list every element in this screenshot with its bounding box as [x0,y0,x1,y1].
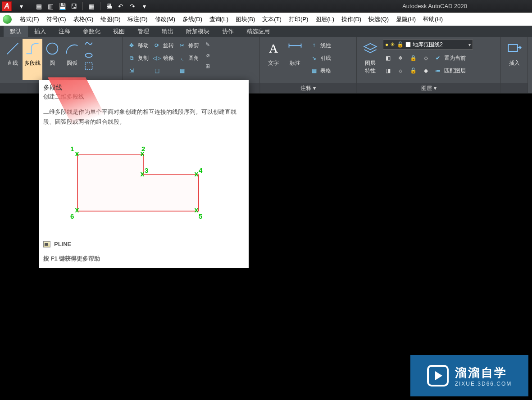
app-title: Autodesk AutoCAD 2020 [149,3,530,9]
layer-match[interactable]: ≔匹配图层 [433,65,466,76]
tab-param[interactable]: 参数化 [77,26,107,37]
layer-lock-icon[interactable]: 🔒 [408,53,418,63]
saveall-icon[interactable]: 🖫 [69,1,79,11]
erase-icon[interactable]: ✎ [203,40,213,49]
tool-line[interactable]: 直线 [3,39,23,80]
tool-copy[interactable]: ⧉复制 [125,52,150,64]
offset-icon[interactable]: ⊞ [203,61,213,71]
tool-table[interactable]: ▦表格 [308,65,333,76]
tool-move[interactable]: ✥移动 [125,40,150,51]
menu-format[interactable]: 格式(F) [16,15,43,23]
layer-on-icon[interactable]: ◆ [421,66,431,76]
tooltip-diagram: x x x x x x 1 2 3 4 5 6 [39,131,249,230]
layer-set-current[interactable]: ✔置为当前 [433,52,466,64]
tab-collab[interactable]: 协作 [216,26,240,37]
globe-icon[interactable] [3,15,12,24]
tool-scale[interactable]: ◫ [150,65,176,76]
menu-bar: 格式(F) 符号(C) 表格(G) 绘图(D) 标注(D) 修改(M) 多线(D… [0,13,532,26]
line-icon [5,40,21,57]
layer-uniso-icon[interactable]: ◨ [383,66,393,76]
layer-freeze-icon[interactable]: ❄ [396,53,405,63]
menu-hide[interactable]: 显隐(H) [392,15,419,23]
menu-action[interactable]: 操作(D) [338,15,365,23]
tool-dim[interactable]: 标注 [284,39,306,80]
save-icon[interactable]: 💾 [57,1,67,11]
menu-symbol[interactable]: 符号(C) [43,15,70,23]
stretch-icon: ⇲ [127,66,136,75]
circle-icon [44,40,60,57]
pt4: 4 [199,166,202,174]
svg-rect-3 [85,63,92,69]
layer-iso-icon[interactable]: ◧ [383,53,393,63]
tool-trim[interactable]: ✂修剪 [176,40,201,51]
rect-icon[interactable] [84,40,94,49]
tab-default[interactable]: 默认 [4,26,28,37]
menu-block[interactable]: 图块(B) [232,15,259,23]
fillet-icon: ◟ [177,54,186,63]
menu-query[interactable]: 查询(L) [206,15,232,23]
tab-annotate[interactable]: 注释 [52,26,77,37]
tool-polyline[interactable]: 多段线 [23,39,42,80]
title-bar: A ▾ ▤ ▥ 💾 🖫 ▦ 🖶 ↶ ↷ ▾ Autodesk AutoCAD 2… [0,0,532,13]
tab-manage[interactable]: 管理 [131,26,155,37]
layer-color-swatch [405,42,411,47]
panel-annotation-title[interactable]: 注释▾ [260,83,356,93]
panel-layers-title[interactable]: 图层▾ [357,83,500,93]
tab-featured[interactable]: 精选应用 [240,26,276,37]
tab-insert[interactable]: 插入 [28,26,52,37]
open-file-icon[interactable]: ▥ [45,1,55,11]
undo-icon[interactable]: ↶ [116,1,126,11]
layer-unlock-icon[interactable]: 🔓 [408,66,418,76]
tab-addins[interactable]: 附加模块 [180,26,216,37]
qat-more-icon[interactable]: ▾ [139,1,149,11]
layer-props-icon [362,40,378,57]
tab-view[interactable]: 视图 [107,26,131,37]
tool-linetype[interactable]: ⟟线性 [308,40,333,51]
new-file-icon[interactable]: ▤ [34,1,44,11]
tool-text[interactable]: A 文字 [263,39,284,80]
menu-plot[interactable]: 打印(P) [285,15,312,23]
redo-icon[interactable]: ↷ [127,1,137,11]
scale-icon: ◫ [152,66,161,75]
tool-arc[interactable]: 圆弧 [62,39,82,80]
layer-name: 地库范围线2 [413,41,443,49]
layer-dropdown[interactable]: ● ☀ 🔓 地库范围线2 ▾ [383,40,473,49]
lock-icon: 🔓 [397,41,404,48]
menu-mline[interactable]: 多线(D) [179,15,206,23]
tool-layer-props[interactable]: 图层 特性 [359,39,381,80]
tool-circle[interactable]: 圆 [42,39,62,80]
dim-icon [287,40,303,57]
menu-layer[interactable]: 图层(L) [312,15,338,23]
tool-rotate[interactable]: ⟳旋转 [150,40,176,51]
plot-icon[interactable]: ▦ [86,1,96,11]
menu-modify[interactable]: 修改(M) [151,15,179,23]
tooltip-command: PLINE [54,241,71,247]
menu-draw[interactable]: 绘图(D) [97,15,124,23]
table-icon: ▦ [309,66,318,75]
menu-text[interactable]: 文本(T) [259,15,285,23]
qat-dropdown-icon[interactable]: ▾ [16,1,26,11]
command-icon [43,241,50,247]
tool-fillet[interactable]: ◟圆角 [176,52,201,64]
menu-dim[interactable]: 标注(D) [124,15,151,23]
tool-insert[interactable]: 插入 [504,39,525,80]
menu-help[interactable]: 帮助(H) [419,15,446,23]
layer-off-icon[interactable]: ◇ [421,53,431,63]
menu-table[interactable]: 表格(G) [70,15,97,23]
array-icon: ▦ [177,66,186,75]
watermark-url: ZIXUE.3D66.COM [455,381,512,387]
hatch-icon[interactable] [84,61,94,71]
print-icon[interactable]: 🖶 [104,1,114,11]
ribbon-tabs: 默认 插入 注释 参数化 视图 管理 输出 附加模块 协作 精选应用 [0,26,532,37]
tab-output[interactable]: 输出 [155,26,180,37]
menu-qselect[interactable]: 快选(Q) [365,15,392,23]
ellipse-icon[interactable] [84,50,94,60]
layer-thaw-icon[interactable]: ☼ [396,66,405,76]
explode-icon[interactable]: ⌀ [203,50,213,60]
tool-array[interactable]: ▦ [176,65,201,76]
tool-stretch[interactable]: ⇲ [125,65,150,76]
svg-rect-7 [508,45,517,52]
panel-insert: 插入 [501,37,528,93]
tool-leader[interactable]: ↘引线 [308,52,333,64]
tool-mirror[interactable]: ◁▷镜像 [150,52,176,64]
